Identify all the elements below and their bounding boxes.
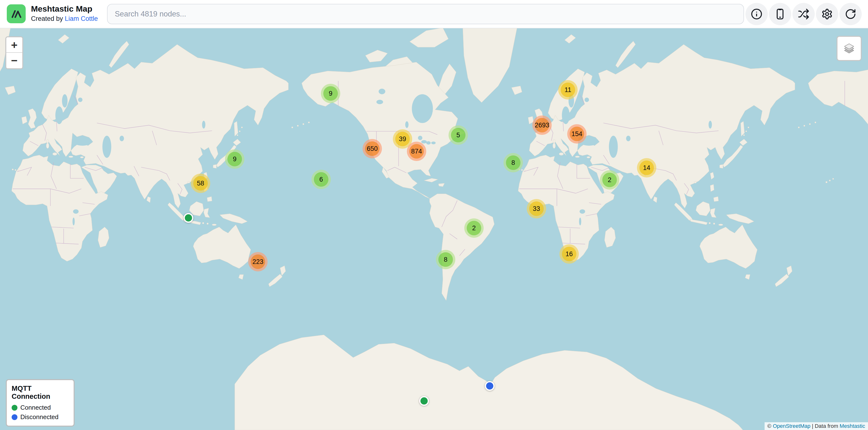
cluster-marker[interactable]: 58	[191, 174, 210, 193]
attribution-separator: | Data from	[810, 423, 840, 429]
cluster-marker[interactable]: 5	[448, 125, 468, 145]
smartphone-icon	[774, 8, 786, 20]
cluster-marker[interactable]: 6	[311, 170, 331, 189]
cluster-count: 9	[227, 152, 242, 166]
top-bar: Meshtastic Map Created by Liam Cottle	[0, 0, 868, 28]
cluster-marker[interactable]: 8	[503, 153, 523, 172]
settings-button[interactable]	[816, 3, 838, 25]
author-link[interactable]: Liam Cottle	[65, 15, 98, 22]
cluster-count: 6	[314, 172, 329, 187]
cluster-marker[interactable]: 9	[225, 150, 244, 169]
cluster-count: 223	[251, 255, 265, 269]
attribution-bar: © OpenStreetMap | Data from Meshtastic	[765, 422, 868, 430]
zoom-out-button[interactable]: −	[6, 53, 22, 68]
cluster-count: 8	[438, 252, 453, 267]
cluster-count: 9	[323, 86, 338, 101]
legend-item-connected: Connected	[11, 404, 69, 411]
layers-icon	[842, 41, 856, 56]
cluster-marker[interactable]: 2	[600, 170, 619, 190]
cluster-count: 11	[561, 82, 575, 97]
cluster-count: 58	[193, 176, 208, 191]
cluster-count: 14	[640, 161, 654, 175]
cluster-marker[interactable]: 8	[436, 250, 455, 269]
node-marker-connected[interactable]	[184, 213, 193, 223]
cluster-count: 154	[569, 127, 584, 141]
byline-prefix: Created by	[31, 15, 65, 22]
node-marker-connected[interactable]	[419, 396, 429, 406]
meshtastic-link[interactable]: Meshtastic	[840, 423, 865, 429]
cluster-count: 5	[451, 128, 465, 142]
cluster-marker[interactable]: 874	[407, 142, 426, 161]
node-marker-disconnected[interactable]	[485, 381, 495, 391]
legend-item-disconnected: Disconnected	[11, 413, 69, 421]
cluster-marker[interactable]: 223	[248, 252, 268, 271]
title-block: Meshtastic Map Created by Liam Cottle	[31, 3, 98, 23]
cluster-marker[interactable]: 16	[559, 244, 579, 264]
disconnected-dot-icon	[11, 414, 18, 420]
cluster-marker[interactable]: 11	[558, 80, 578, 100]
mobile-app-button[interactable]	[769, 3, 791, 25]
zoom-control: + −	[5, 36, 23, 69]
cluster-marker[interactable]: 9	[321, 84, 340, 103]
info-button[interactable]	[745, 3, 768, 25]
cluster-count: 2	[602, 173, 617, 187]
cluster-count: 8	[506, 156, 521, 170]
refresh-button[interactable]	[839, 3, 862, 25]
cluster-marker[interactable]: 650	[363, 139, 382, 158]
legend-label: Connected	[20, 404, 51, 411]
refresh-icon	[845, 8, 857, 20]
cluster-count: 39	[395, 132, 410, 146]
gear-icon	[821, 8, 833, 20]
map-markers: 911269315439565087498146582332223816	[0, 0, 868, 430]
copyright-text: ©	[768, 423, 773, 429]
connected-dot-icon	[11, 405, 18, 410]
shuffle-icon	[798, 8, 809, 20]
page-title: Meshtastic Map	[31, 3, 98, 14]
cluster-count: 874	[409, 144, 424, 159]
cluster-marker[interactable]: 14	[637, 158, 656, 177]
osm-link[interactable]: OpenStreetMap	[773, 423, 810, 429]
cluster-count: 16	[562, 247, 577, 261]
legend-label: Disconnected	[20, 413, 59, 421]
zoom-in-button[interactable]: +	[6, 37, 22, 53]
meshtastic-logo	[7, 4, 26, 23]
info-icon	[751, 8, 763, 20]
cluster-marker[interactable]: 33	[527, 199, 546, 219]
random-node-button[interactable]	[793, 3, 815, 25]
search-input[interactable]	[107, 4, 744, 24]
meshtastic-map-app: { "header": { "app_title": "Meshtastic M…	[0, 0, 868, 430]
cluster-marker[interactable]: 2	[464, 219, 484, 238]
cluster-count: 650	[365, 141, 379, 156]
layers-control[interactable]	[837, 36, 862, 61]
cluster-count: 2	[467, 221, 481, 235]
cluster-marker[interactable]: 154	[567, 124, 587, 143]
cluster-count: 2693	[535, 118, 549, 132]
legend-title: MQTT Connection	[11, 385, 69, 400]
cluster-count: 33	[529, 201, 544, 216]
mqtt-legend: MQTT Connection Connected Disconnected	[6, 379, 74, 427]
mountain-logo-icon	[10, 7, 23, 20]
byline: Created by Liam Cottle	[31, 14, 98, 23]
cluster-marker[interactable]: 2693	[532, 115, 552, 135]
